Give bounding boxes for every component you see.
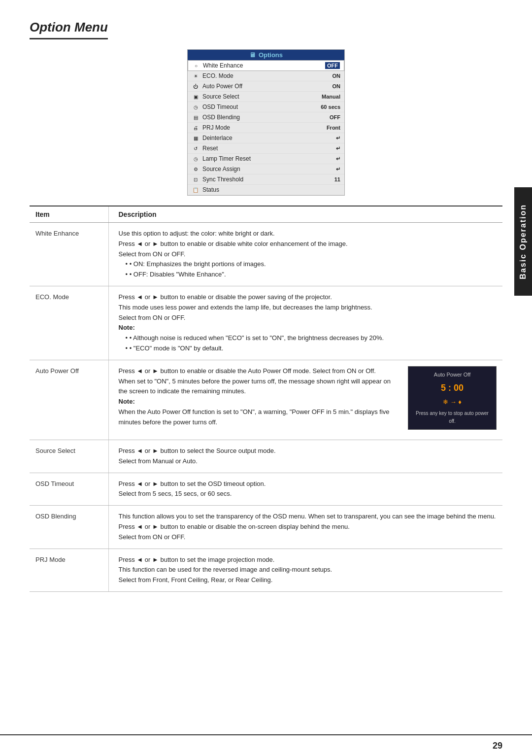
osd-row-value: 11	[334, 176, 340, 182]
table-cell-description: Press ◄ or ► button to set the OSD timeo…	[108, 473, 502, 506]
table-header-item: Item	[30, 206, 108, 223]
osd-row: ☀ECO. ModeON	[188, 71, 344, 81]
table-body: White EnhanceUse this option to adjust: …	[30, 223, 502, 592]
osd-row-label: Reset	[202, 145, 336, 152]
osd-row: ⏻Auto Power OffON	[188, 81, 344, 92]
table-cell-description: This function allows you to set the tran…	[108, 506, 502, 549]
osd-row-icon: ⚙	[192, 165, 200, 173]
table-cell-item: OSD Timeout	[30, 473, 108, 506]
table-row: PRJ ModePress ◄ or ► button to set the i…	[30, 549, 502, 591]
side-tab-label: Basic Operation	[519, 204, 528, 279]
osd-row-icon: 📋	[192, 186, 200, 194]
table-row: OSD TimeoutPress ◄ or ► button to set th…	[30, 473, 502, 506]
description-line: Press ◄ or ► button to select the Source…	[119, 446, 497, 456]
popup-time: 5 : 00	[414, 381, 490, 395]
table-cell-item: Source Select	[30, 440, 108, 473]
table-row: OSD BlendingThis function allows you to …	[30, 506, 502, 549]
osd-row-value: 60 secs	[321, 104, 340, 110]
osd-row-icon: ◷	[192, 155, 200, 163]
osd-row: ◷OSD Timeout60 secs	[188, 102, 344, 112]
osd-row: ⚙Source Assign↵	[188, 164, 344, 174]
osd-row-icon: ⏻	[192, 82, 200, 90]
page-container: Basic Operation Option Menu 🖥 Options ○W…	[0, 0, 532, 756]
osd-row: ◷Lamp Timer Reset↵	[188, 154, 344, 164]
osd-row-label: PRJ Mode	[202, 124, 327, 131]
osd-title-icon: 🖥	[249, 51, 256, 59]
description-line: • "ECO" mode is "ON" by default.	[126, 344, 497, 354]
osd-row-value: OFF	[325, 62, 340, 69]
osd-row-icon: ▣	[192, 93, 200, 101]
description-line: Use this option to adjust: the color: wh…	[119, 229, 497, 239]
osd-row-icon: ↺	[192, 144, 200, 152]
description-line: Press ◄ or ► button to set the OSD timeo…	[119, 479, 497, 489]
main-table: Item Description White EnhanceUse this o…	[30, 206, 502, 592]
table-cell-description: Use this option to adjust: the color: wh…	[108, 223, 502, 286]
osd-row-icon: ▤	[192, 113, 200, 121]
description-line: This mode uses less power and extends th…	[119, 303, 497, 313]
osd-row-icon: ○	[192, 62, 200, 69]
osd-menu: 🖥 Options ○White EnhanceOFF☀ECO. ModeON⏻…	[187, 49, 345, 196]
description-line: Note:	[119, 323, 497, 333]
osd-row: ↺Reset↵	[188, 143, 344, 154]
osd-row-value: Manual	[322, 94, 340, 100]
table-row: White EnhanceUse this option to adjust: …	[30, 223, 502, 286]
description-line: • ON: Emphasizes the bright portions of …	[126, 259, 497, 270]
description-line: Select from Front, Front Ceiling, Rear, …	[119, 575, 497, 585]
table-cell-description: Press ◄ or ► button to enable or disable…	[108, 286, 502, 360]
table-cell-item: Auto Power Off	[30, 360, 108, 440]
page-title: Option Menu	[30, 20, 108, 39]
osd-row-label: Source Assign	[202, 166, 336, 172]
osd-row-icon: ☀	[192, 72, 200, 80]
osd-row-value: ↵	[336, 156, 340, 162]
table-cell-item: White Enhance	[30, 223, 108, 286]
osd-row-value: ↵	[336, 135, 340, 141]
popup-message: Press any key to stop auto power off.	[414, 410, 490, 425]
osd-row: ▤OSD BlendingOFF	[188, 112, 344, 123]
auto-power-popup: Auto Power Off5 : 00❄ → ♦Press any key t…	[408, 366, 497, 430]
description-line: Press ◄ or ► button to set the image pro…	[119, 555, 497, 565]
osd-row: ○White EnhanceOFF	[188, 60, 344, 71]
osd-row-icon: ⊡	[192, 175, 200, 183]
description-line: Press ◄ or ► button to enable or disable…	[119, 522, 497, 532]
osd-row-label: OSD Blending	[202, 114, 330, 121]
osd-row-value: ON	[332, 83, 341, 89]
osd-row-icon: ▦	[192, 134, 200, 142]
table-row: Source SelectPress ◄ or ► button to sele…	[30, 440, 502, 473]
table-cell-item: ECO. Mode	[30, 286, 108, 360]
side-tab: Basic Operation	[514, 187, 532, 296]
osd-row: ▣Source SelectManual	[188, 92, 344, 102]
osd-row-value: Front	[327, 125, 340, 131]
description-line: Select from ON or OFF.	[119, 249, 497, 260]
description-line: This function allows you to set the tran…	[119, 512, 497, 522]
popup-title: Auto Power Off	[414, 371, 490, 379]
osd-row-label: ECO. Mode	[202, 72, 332, 79]
table-cell-description: Press ◄ or ► button to select the Source…	[108, 440, 502, 473]
description-line: This function can be used for the revers…	[119, 565, 497, 575]
osd-row-value: ↵	[336, 166, 340, 172]
osd-rows-container: ○White EnhanceOFF☀ECO. ModeON⏻Auto Power…	[188, 60, 344, 195]
table-cell-description: Auto Power Off5 : 00❄ → ♦Press any key t…	[108, 360, 502, 440]
osd-menu-container: 🖥 Options ○White EnhanceOFF☀ECO. ModeON⏻…	[30, 49, 502, 196]
popup-arrows: ❄ → ♦	[414, 397, 490, 408]
table-row: ECO. ModePress ◄ or ► button to enable o…	[30, 286, 502, 360]
description-line: • OFF: Disables "White Enhance".	[126, 270, 497, 280]
description-line: Select from ON or OFF.	[119, 313, 497, 323]
osd-title-text: Options	[259, 51, 283, 59]
osd-row: 🖨PRJ ModeFront	[188, 123, 344, 133]
description-line: Press ◄ or ► button to enable or disable…	[119, 292, 497, 303]
osd-row-label: Sync Threshold	[202, 176, 334, 183]
osd-row: ▦Deinterlace↵	[188, 133, 344, 143]
osd-row-label: Deinterlace	[202, 135, 336, 141]
osd-row-value: ↵	[336, 145, 340, 152]
osd-row-label: Status	[202, 186, 340, 193]
osd-row-icon: 🖨	[192, 124, 200, 132]
osd-title-bar: 🖥 Options	[188, 50, 344, 60]
osd-row-label: Lamp Timer Reset	[202, 155, 336, 162]
osd-row-label: OSD Timeout	[202, 103, 321, 110]
table-row: Auto Power OffAuto Power Off5 : 00❄ → ♦P…	[30, 360, 502, 440]
description-line: Select from ON or OFF.	[119, 532, 497, 543]
table-cell-description: Press ◄ or ► button to set the image pro…	[108, 549, 502, 591]
osd-row-label: Source Select	[202, 93, 322, 100]
description-line: • Although noise is reduced when "ECO" i…	[126, 333, 497, 344]
osd-row-icon: ◷	[192, 103, 200, 111]
